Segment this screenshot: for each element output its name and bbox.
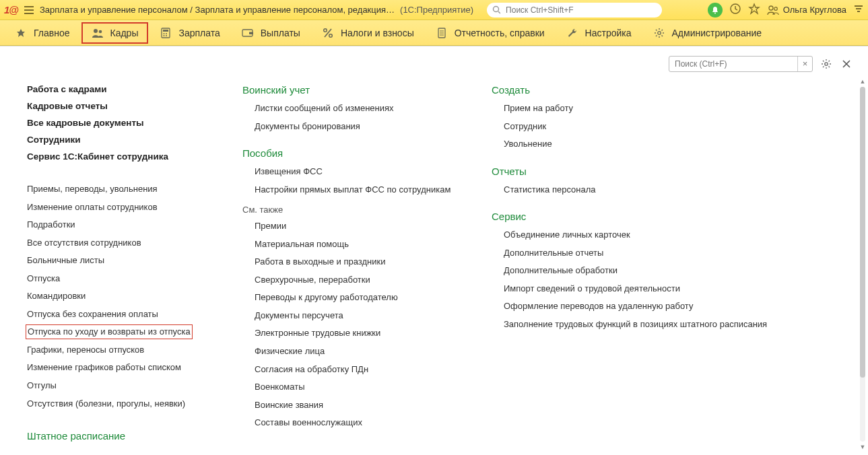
- link-item[interactable]: Заполнение трудовых функций в позициях ш…: [504, 318, 781, 330]
- link-item[interactable]: Военкоматы: [255, 381, 465, 393]
- link-item[interactable]: Материальная помощь: [255, 238, 465, 250]
- menu-more-icon[interactable]: [853, 4, 864, 15]
- svg-point-24: [324, 28, 327, 32]
- settings-icon[interactable]: [820, 57, 833, 71]
- bold-link[interactable]: Работа с кадрами: [27, 84, 215, 94]
- scroll-thumb[interactable]: [860, 87, 865, 378]
- section-service[interactable]: Сервис: [492, 211, 781, 222]
- user-chip[interactable]: Ольга Круглова: [767, 4, 846, 16]
- panel-search-input[interactable]: [669, 59, 797, 69]
- link-item[interactable]: Сверхурочные, переработки: [255, 274, 465, 286]
- link-item[interactable]: Премии: [255, 220, 465, 232]
- star-icon: [15, 27, 27, 39]
- link-item[interactable]: Отпуска: [27, 273, 215, 285]
- star-icon[interactable]: [748, 3, 760, 17]
- scroll-down-icon[interactable]: ▼: [859, 443, 867, 451]
- see-also-label: См. также: [242, 205, 465, 215]
- link-item[interactable]: Объединение личных карточек: [504, 229, 781, 241]
- close-icon[interactable]: [840, 57, 853, 71]
- panel-search[interactable]: ×: [669, 56, 813, 72]
- link-item[interactable]: Дополнительные отчеты: [504, 247, 781, 259]
- link-item[interactable]: Переводы к другому работодателю: [255, 291, 465, 304]
- link-item[interactable]: Импорт сведений о трудовой деятельности: [504, 283, 781, 295]
- svg-point-21: [166, 35, 167, 36]
- menu-item-7[interactable]: Администрирование: [644, 23, 772, 43]
- doc-icon: [436, 27, 448, 39]
- link-item[interactable]: Отсутствия (болезни, прогулы, неявки): [27, 398, 215, 410]
- link-item[interactable]: Листки сообщений об изменениях: [255, 102, 465, 114]
- svg-marker-13: [17, 29, 25, 37]
- percent-icon: [322, 27, 334, 39]
- people-icon: [92, 27, 104, 39]
- svg-line-47: [823, 67, 824, 68]
- menu-item-4[interactable]: Налоги и взносы: [312, 23, 424, 43]
- link-item[interactable]: Приемы, переводы, увольнения: [27, 183, 215, 195]
- gear-icon: [653, 27, 665, 39]
- link-item[interactable]: Согласия на обработку ПДн: [255, 363, 465, 376]
- section-benefits[interactable]: Пособия: [242, 147, 465, 159]
- menu-label: Администрирование: [672, 28, 762, 38]
- global-search-input[interactable]: [504, 5, 657, 15]
- link-item[interactable]: Прием на работу: [504, 102, 781, 114]
- link-item[interactable]: Изменение графиков работы списком: [27, 361, 215, 374]
- link-item[interactable]: Увольнение: [504, 138, 781, 150]
- menu-item-1[interactable]: Кадры: [82, 23, 148, 43]
- link-item[interactable]: Составы военнослужащих: [255, 417, 465, 429]
- menu-item-2[interactable]: Зарплата: [150, 23, 229, 43]
- svg-marker-7: [749, 4, 759, 13]
- scroll-track[interactable]: [860, 87, 865, 442]
- menu-item-6[interactable]: Настройка: [557, 23, 641, 43]
- link-item[interactable]: Работа в выходные и праздники: [255, 256, 465, 268]
- section-military[interactable]: Воинский учет: [242, 84, 465, 96]
- link-item[interactable]: Отпуска без сохранения оплаты: [27, 308, 215, 320]
- link-item[interactable]: Изменение оплаты сотрудников: [27, 201, 215, 213]
- link-item[interactable]: Отпуска по уходу и возвраты из отпуска: [27, 326, 191, 338]
- link-item[interactable]: Статистика персонала: [504, 184, 781, 196]
- link-item[interactable]: Документы персучета: [255, 310, 465, 322]
- section-reports[interactable]: Отчеты: [492, 166, 781, 177]
- svg-line-39: [661, 30, 663, 31]
- menu-item-3[interactable]: Выплаты: [232, 23, 310, 43]
- section-create[interactable]: Создать: [492, 84, 781, 96]
- content: × Работа с кадрамиКадровые отчетыВсе кад…: [0, 46, 868, 455]
- menu-item-5[interactable]: Отчетность, справки: [426, 23, 554, 43]
- link-item[interactable]: Сотрудник: [504, 120, 781, 133]
- svg-point-40: [825, 63, 828, 65]
- link-item[interactable]: Больничные листы: [27, 254, 215, 267]
- link-item[interactable]: Документы бронирования: [255, 120, 465, 133]
- column-1: Работа с кадрамиКадровые отчетыВсе кадро…: [27, 84, 215, 448]
- link-item[interactable]: Электронные трудовые книжки: [255, 327, 465, 339]
- link-item[interactable]: Извещения ФСС: [255, 166, 465, 178]
- link-item[interactable]: Все отсутствия сотрудников: [27, 237, 215, 249]
- link-item[interactable]: Дополнительные обработки: [504, 265, 781, 277]
- link-item[interactable]: Отгулы: [27, 380, 215, 392]
- scroll-up-icon[interactable]: ▲: [859, 77, 867, 85]
- scrollbar[interactable]: ▲ ▼: [859, 77, 867, 451]
- section-staffing[interactable]: Штатное расписание: [27, 430, 215, 442]
- global-search[interactable]: [487, 3, 662, 18]
- user-name: Ольга Круглова: [783, 5, 846, 15]
- bold-link[interactable]: Сервис 1С:Кабинет сотрудника: [27, 151, 215, 162]
- link-item[interactable]: Графики, переносы отпусков: [27, 344, 215, 356]
- link-item[interactable]: Подработки: [27, 219, 215, 231]
- svg-line-4: [498, 11, 500, 13]
- link-item[interactable]: Оформление переводов на удаленную работу: [504, 300, 781, 312]
- link-item[interactable]: Настройки прямых выплат ФСС по сотрудник…: [255, 184, 465, 196]
- bold-link[interactable]: Все кадровые документы: [27, 118, 215, 128]
- menu-item-0[interactable]: Главное: [5, 23, 79, 43]
- bold-link[interactable]: Сотрудники: [27, 135, 215, 145]
- clear-search-button[interactable]: ×: [797, 57, 812, 71]
- link-item[interactable]: Воинские звания: [255, 399, 465, 411]
- svg-point-25: [329, 34, 333, 37]
- link-item[interactable]: Командировки: [27, 290, 215, 302]
- history-icon[interactable]: [729, 3, 741, 17]
- column-2: Воинский учет Листки сообщений об измене…: [242, 84, 465, 448]
- titlebar: 1@ Зарплата и управление персоналом / За…: [0, 0, 868, 20]
- hamburger-icon[interactable]: [24, 5, 34, 15]
- svg-line-45: [823, 61, 824, 62]
- link-item[interactable]: Физические лица: [255, 345, 465, 357]
- notifications-icon[interactable]: [708, 3, 723, 18]
- bold-link[interactable]: Кадровые отчеты: [27, 101, 215, 111]
- svg-point-3: [494, 7, 499, 12]
- svg-point-15: [98, 30, 102, 33]
